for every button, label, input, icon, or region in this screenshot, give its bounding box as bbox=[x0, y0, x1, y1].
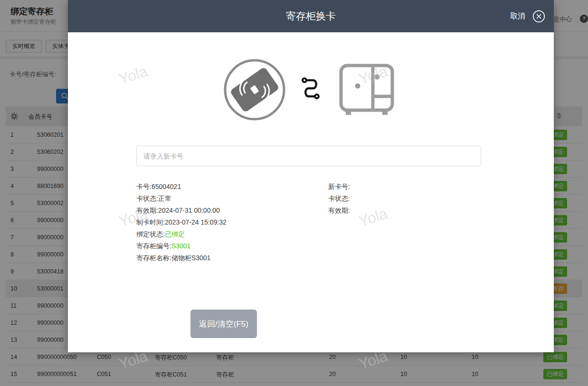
info-label: 新卡号: bbox=[328, 183, 350, 190]
new-card-info: 新卡号: 卡状态: 有效期: bbox=[328, 181, 350, 217]
info-value: 储物柜S3001 bbox=[171, 254, 210, 262]
info-label: 卡状态: bbox=[136, 195, 158, 202]
modal-title: 寄存柜换卡 bbox=[68, 0, 554, 32]
modal-header: 寄存柜换卡 取消 bbox=[68, 0, 554, 32]
close-icon[interactable] bbox=[532, 10, 545, 23]
info-line: 有效期:2024-07-31 00:00:00 bbox=[136, 205, 227, 217]
new-card-number-input[interactable] bbox=[136, 146, 481, 166]
info-value: 2024-07-31 00:00:00 bbox=[158, 207, 220, 214]
info-line: 绑定状态:已绑定 bbox=[136, 228, 227, 240]
info-value: S3001 bbox=[171, 242, 190, 250]
nfc-card-icon bbox=[223, 58, 286, 121]
info-line: 卡状态: bbox=[328, 193, 350, 205]
info-label: 卡号: bbox=[136, 183, 152, 190]
info-line: 寄存柜名称:储物柜S3001 bbox=[136, 252, 227, 264]
info-label: 卡状态: bbox=[328, 195, 350, 202]
info-label: 绑定状态: bbox=[136, 230, 165, 238]
info-line: 新卡号: bbox=[328, 181, 350, 193]
info-label: 有效期: bbox=[328, 207, 350, 214]
link-connector-icon bbox=[301, 76, 321, 102]
info-line: 寄存柜编号:S3001 bbox=[136, 240, 227, 252]
current-card-info: 卡号:65004021 卡状态:正常 有效期:2024-07-31 00:00:… bbox=[136, 181, 227, 264]
info-value: 正常 bbox=[158, 195, 171, 202]
info-line: 制卡时间:2023-07-24 15:09:32 bbox=[136, 217, 227, 228]
info-label: 制卡时间: bbox=[136, 218, 165, 226]
info-line: 卡状态:正常 bbox=[136, 193, 227, 205]
info-value: 65004021 bbox=[152, 183, 181, 190]
info-label: 寄存柜名称: bbox=[136, 254, 171, 262]
info-label: 有效期: bbox=[136, 207, 158, 214]
info-line: 有效期: bbox=[328, 205, 350, 217]
locker-card-exchange-modal: 寄存柜换卡 取消 bbox=[68, 0, 554, 352]
info-value: 2023-07-24 15:09:32 bbox=[165, 218, 227, 226]
locker-cabinet-icon bbox=[339, 63, 395, 117]
return-clear-button[interactable]: 返回/清空(F5) bbox=[190, 310, 257, 338]
info-line: 卡号:65004021 bbox=[136, 181, 227, 193]
info-value: 已绑定 bbox=[165, 230, 185, 238]
info-label: 寄存柜编号: bbox=[136, 242, 171, 250]
cancel-button[interactable]: 取消 bbox=[510, 0, 525, 32]
